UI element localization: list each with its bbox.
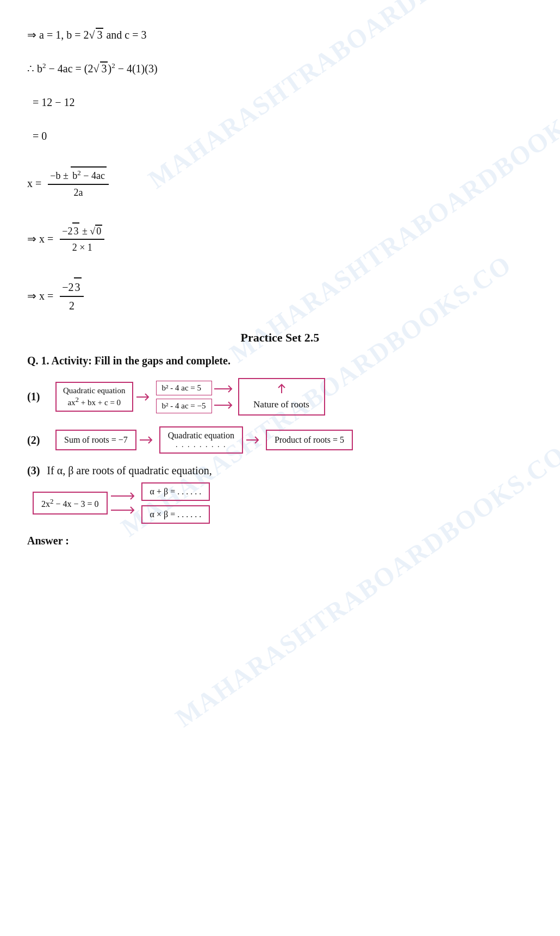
alpha-beta-sum-box: α + β = . . . . . . [141, 482, 210, 501]
nature-label: Nature of roots [250, 399, 313, 410]
row1-label: (1) [27, 390, 47, 403]
alpha-beta-product-box: α × β = . . . . . . [141, 505, 210, 524]
line-substituted: ⇒ x = −23 ± √0 2 × 1 [27, 222, 533, 256]
branch-arrows [111, 492, 138, 515]
arrow-1 [136, 392, 153, 402]
line-zero: = 0 [27, 127, 533, 145]
line-12-12: = 12 − 12 [27, 94, 533, 111]
line-quadratic-formula: x = −b ± b2 − 4ac 2a [27, 166, 533, 201]
equation-box: 2x2 − 4x − 3 = 0 [33, 492, 108, 515]
cond1: b² - 4 ac = 5 [156, 381, 212, 395]
sum-roots-text: Sum of roots = −7 [64, 435, 128, 444]
diagram-row-2: (2) Sum of roots = −7 Quadratic equation… [27, 426, 533, 454]
row3-diagram: 2x2 − 4x − 3 = 0 α + β = . . . . . . α ×… [33, 482, 533, 524]
question-title: Q. 1. Activity: Fill in the gaps and com… [27, 355, 533, 367]
conditions-box: b² - 4 ac = 5 b² - 4 ac = −5 [156, 381, 212, 413]
arrow-2b [246, 435, 263, 445]
section-title: Practice Set 2.5 [27, 331, 533, 345]
output-boxes: α + β = . . . . . . α × β = . . . . . . [141, 482, 210, 524]
diagram-row-1: (1) Quadratic equation ax2 + bx + c = 0 … [27, 378, 533, 416]
eq-text: 2x2 − 4x − 3 = 0 [41, 499, 99, 509]
line-result: ⇒ x = −23 2 [27, 277, 533, 314]
diagram-area: (1) Quadratic equation ax2 + bx + c = 0 … [27, 378, 533, 524]
quadratic-eq-box: Quadratic equation ax2 + bx + c = 0 [55, 382, 133, 412]
alpha-beta-product: α × β = . . . . . . [150, 510, 202, 519]
product-roots-text: Product of roots = 5 [275, 435, 344, 444]
row3-intro: If α, β are roots of quadratic equation, [47, 464, 211, 476]
double-arrows [214, 385, 236, 410]
nature-of-roots-box: Nature of roots [238, 378, 325, 416]
box1-line1: Quadratic equation [63, 386, 126, 395]
answer-label: Answer : [27, 535, 533, 547]
quad-eq-pent: Quadratic equation . . . . . . . . . [159, 426, 243, 454]
box1-line2: ax2 + bx + c = 0 [63, 395, 126, 407]
arrow-2a [140, 435, 156, 445]
quad-dots: . . . . . . . . . [176, 441, 227, 449]
sum-roots-box: Sum of roots = −7 [55, 430, 136, 450]
quad-eq-pent-label: Quadratic equation [168, 431, 234, 441]
diagram-row-3-intro: (3) If α, β are roots of quadratic equat… [27, 464, 533, 477]
line-abc: ⇒ a = 1, b = 2√3 and c = 3 [27, 26, 533, 44]
line-discriminant: ∴ b2 − 4ac = (2√3)2 − 4(1)(3) [27, 60, 533, 77]
cond2: b² - 4 ac = −5 [156, 399, 212, 413]
alpha-beta-sum: α + β = . . . . . . [150, 487, 202, 496]
product-roots-box: Product of roots = 5 [266, 430, 353, 450]
row2-label: (2) [27, 434, 47, 447]
